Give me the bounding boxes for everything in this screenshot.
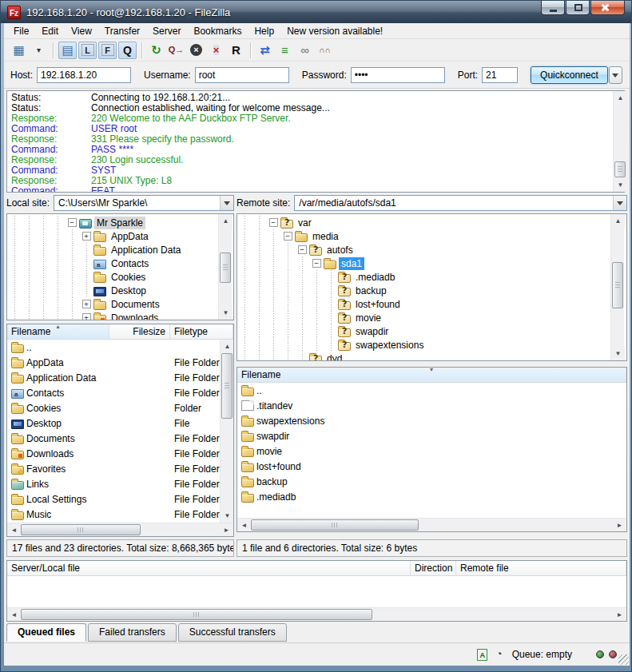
scrollbar-thumb[interactable] (220, 252, 231, 283)
host-input[interactable] (37, 67, 131, 83)
tree-item-mr-sparkle[interactable]: −Mr Sparkle (7, 216, 233, 229)
remote-site-dropdown[interactable] (613, 196, 626, 210)
resize-grip[interactable] (618, 654, 629, 665)
collapse-icon[interactable]: − (298, 245, 307, 254)
tree-item-contacts[interactable]: Contacts (7, 256, 233, 270)
tab-successful-transfers[interactable]: Successful transfers (178, 623, 287, 642)
collapse-icon[interactable]: − (284, 232, 292, 241)
file-row-application-data[interactable]: Application DataFile Folder (7, 370, 233, 385)
file-row-music[interactable]: MusicFile Folder (7, 507, 233, 522)
new-version-link[interactable]: New version available! (280, 24, 389, 38)
column-header-filename[interactable]: ▾Filename (237, 368, 626, 382)
file-row-desktop[interactable]: DesktopFile (7, 416, 233, 431)
file-row-swapdir[interactable]: swapdir (237, 428, 626, 443)
file-row-movie[interactable]: movie (237, 443, 626, 459)
file-row-cookies[interactable]: CookiesFolder (7, 400, 233, 416)
tab-queued-files[interactable]: Queued files (6, 623, 86, 642)
scroll-up-icon[interactable]: ▲ (221, 340, 234, 353)
local-list-scrollbar[interactable]: ▲ ▼ (220, 340, 233, 523)
tree-item-appdata[interactable]: +AppData (7, 229, 233, 243)
scroll-down-icon[interactable]: ▼ (221, 509, 234, 523)
directory-comparison-button[interactable]: ⇄ (256, 42, 274, 59)
synchronized-browsing-button[interactable]: ∞ (296, 42, 314, 59)
column-header-filesize[interactable]: Filesize (109, 324, 170, 339)
column-header-direction[interactable]: Direction (411, 561, 456, 575)
message-log-toggle-button[interactable]: ▤ (58, 42, 77, 59)
local-tree-toggle-button[interactable]: L (78, 42, 97, 59)
expand-icon[interactable]: + (82, 313, 91, 320)
view-filters-button[interactable]: ≡ (276, 42, 294, 59)
file-row-titandev[interactable]: .titandev (237, 398, 626, 413)
tree-item-backup[interactable]: backup (237, 284, 626, 297)
tree-item-downloads[interactable]: +Downloads (7, 311, 233, 320)
file-row-favorites[interactable]: FavoritesFile Folder (7, 461, 233, 476)
scrollbar-thumb[interactable] (251, 519, 419, 531)
scroll-right-icon[interactable]: ► (613, 608, 626, 622)
remote-tree-scrollbar[interactable]: ▲ ▼ (610, 214, 624, 360)
tree-item-sda1[interactable]: −sda1 (237, 256, 626, 270)
process-queue-button[interactable]: Q→ (167, 42, 185, 59)
expand-icon[interactable]: + (82, 300, 91, 308)
queue-toggle-button[interactable]: Q (118, 42, 137, 59)
scroll-left-icon[interactable]: ◄ (7, 523, 21, 537)
scroll-up-icon[interactable]: ▲ (614, 91, 627, 105)
remote-site-combo[interactable]: /var/media/autofs/sda1 (294, 195, 627, 211)
local-list-hscrollbar[interactable]: ◄ ► (7, 523, 233, 536)
local-site-combo[interactable]: C:\Users\Mr Sparkle\ (54, 195, 234, 211)
username-input[interactable] (195, 67, 289, 83)
close-button[interactable] (590, 1, 625, 15)
minimize-button[interactable] (541, 1, 565, 15)
collapse-icon[interactable]: − (312, 259, 321, 268)
menu-bookmarks[interactable]: Bookmarks (187, 24, 248, 38)
column-header-filename[interactable]: ▴Filename (7, 324, 109, 339)
file-row-mediadb[interactable]: .mediadb (237, 489, 626, 504)
tree-item-var[interactable]: −var (237, 216, 626, 229)
menu-transfer[interactable]: Transfer (98, 24, 146, 38)
file-row-downloads[interactable]: DownloadsFile Folder (7, 446, 233, 461)
scroll-down-icon[interactable]: ▼ (614, 178, 627, 192)
quickconnect-button[interactable]: Quickconnect (531, 66, 608, 84)
queue-hscrollbar[interactable]: ◄ ► (7, 607, 626, 621)
tree-item-dvd[interactable]: dvd (237, 352, 626, 361)
quickconnect-dropdown-button[interactable] (609, 66, 622, 84)
tree-item-desktop[interactable]: Desktop (7, 284, 233, 297)
tree-item-autofs[interactable]: −autofs (237, 243, 626, 256)
tree-item-swapdir[interactable]: swapdir (237, 324, 626, 338)
collapse-icon[interactable]: − (269, 218, 278, 227)
remote-list-hscrollbar[interactable]: ◄ ► (237, 518, 626, 531)
password-input[interactable] (351, 67, 445, 83)
scroll-down-icon[interactable]: ▼ (219, 306, 233, 320)
tree-item-mediadb[interactable]: .mediadb (237, 270, 626, 284)
tree-item-movie[interactable]: movie (237, 311, 626, 324)
column-header-server-local-file[interactable]: Server/Local file (7, 561, 411, 575)
titlebar[interactable]: Fz 192.168.1.20 - root@192.168.1.20 - Fi… (1, 1, 631, 23)
local-tree-scrollbar[interactable]: ▲ ▼ (218, 214, 232, 320)
file-row-links[interactable]: LinksFile Folder (7, 476, 233, 491)
maximize-button[interactable] (566, 1, 590, 15)
tab-failed-transfers[interactable]: Failed transfers (88, 623, 177, 642)
column-header-filetype[interactable]: Filetype (170, 324, 233, 339)
collapse-icon[interactable]: − (68, 218, 77, 227)
disconnect-button[interactable]: × (207, 42, 225, 59)
site-manager-dropdown-button[interactable]: ▾ (30, 42, 48, 59)
tree-item-documents[interactable]: +Documents (7, 297, 233, 311)
cancel-button[interactable]: × (187, 42, 205, 59)
menu-file[interactable]: File (7, 24, 35, 38)
tree-item-media[interactable]: −media (237, 229, 626, 243)
file-row-appdata[interactable]: AppDataFile Folder (7, 355, 233, 370)
menu-server[interactable]: Server (146, 24, 187, 38)
tree-item-application-data[interactable]: Application Data (7, 243, 233, 256)
file-row-swapextensions[interactable]: swapextensions (237, 413, 626, 428)
refresh-button[interactable]: ↻ (147, 42, 165, 59)
file-row-backup[interactable]: backup (237, 474, 626, 489)
file-row-local-settings[interactable]: Local SettingsFile Folder (7, 491, 233, 507)
file-row-parent-dir[interactable]: .. (237, 383, 626, 398)
scroll-up-icon[interactable]: ▲ (611, 214, 625, 228)
tree-item-cookies[interactable]: Cookies (7, 270, 233, 284)
file-row-contacts[interactable]: ContactsFile Folder (7, 385, 233, 400)
column-header-remote-file[interactable]: Remote file (456, 561, 626, 575)
scrollbar-thumb[interactable] (21, 524, 141, 535)
tree-item-swapextensions[interactable]: swapextensions (237, 338, 626, 352)
file-row-lost-found[interactable]: lost+found (237, 459, 626, 474)
scrollbar-thumb[interactable] (614, 161, 626, 177)
